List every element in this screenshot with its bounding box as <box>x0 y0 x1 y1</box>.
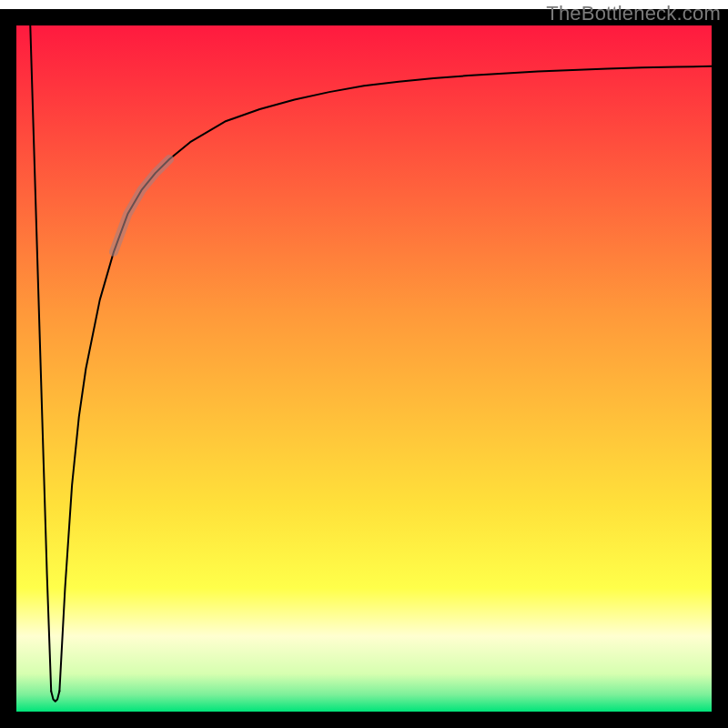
bottleneck-chart: TheBottleneck.com <box>0 0 728 728</box>
plot-background <box>16 25 712 712</box>
chart-canvas <box>0 0 728 728</box>
